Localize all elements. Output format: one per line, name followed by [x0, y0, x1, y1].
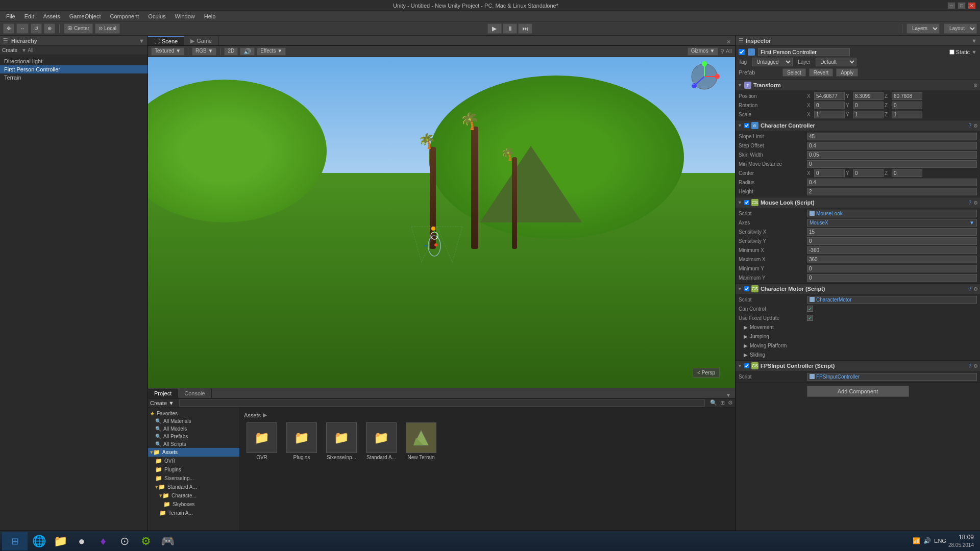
- char-motor-header[interactable]: ▼ CS Character Motor (Script) ? ⚙: [736, 284, 980, 294]
- menu-oculus[interactable]: Oculus: [144, 12, 169, 20]
- menu-gameobject[interactable]: GameObject: [65, 12, 105, 20]
- audio-btn[interactable]: 🔊: [240, 47, 255, 56]
- asset-plugins[interactable]: 📁 Plugins: [284, 422, 320, 460]
- proj-all-prefabs[interactable]: 🔍 All Prefabs: [148, 433, 239, 440]
- ml-min-y-input[interactable]: [807, 265, 977, 272]
- proj-skyboxes[interactable]: 📁 Skyboxes: [148, 500, 239, 509]
- gizmos-btn[interactable]: Gizmos ▼: [688, 47, 719, 56]
- skin-input[interactable]: [807, 151, 977, 159]
- viewport[interactable]: 🌴 🌴 🌴 < Persp: [148, 57, 735, 388]
- create-btn[interactable]: Create: [2, 47, 17, 53]
- transform-header[interactable]: ▼ T Transform ⚙: [736, 80, 980, 90]
- cm-jumping-foldout[interactable]: ▶ Jumping: [736, 332, 980, 341]
- scale-z-input[interactable]: [892, 111, 922, 118]
- start-btn[interactable]: ⊞: [2, 532, 28, 550]
- rgb-btn[interactable]: RGB ▼: [192, 47, 216, 56]
- play-btn[interactable]: ▶: [487, 23, 502, 34]
- close-btn[interactable]: ✕: [968, 2, 976, 9]
- minimize-btn[interactable]: ─: [947, 2, 955, 9]
- menu-assets[interactable]: Assets: [39, 12, 64, 20]
- hand-tool[interactable]: ✥: [3, 23, 14, 34]
- rot-z-input[interactable]: [892, 102, 922, 109]
- fps-settings-icon[interactable]: ⚙: [973, 363, 978, 369]
- maximize-btn[interactable]: □: [958, 2, 966, 9]
- slope-input[interactable]: [807, 133, 977, 140]
- textured-btn[interactable]: Textured ▼: [151, 47, 184, 56]
- pause-btn[interactable]: ⏸: [503, 23, 517, 34]
- cc-info-icon[interactable]: ?: [968, 123, 971, 129]
- ml-enable-checkbox[interactable]: [744, 200, 749, 205]
- step-btn[interactable]: ⏭: [518, 23, 532, 34]
- asset-ovr[interactable]: 📁 OVR: [244, 422, 280, 460]
- persp-btn[interactable]: < Persp: [693, 368, 720, 378]
- asset-new-terrain[interactable]: New Terrain: [403, 422, 439, 460]
- menu-help[interactable]: Help: [200, 12, 220, 20]
- ml-max-x-input[interactable]: [807, 256, 977, 263]
- cm-sliding-foldout[interactable]: ▶ Sliding: [736, 350, 980, 359]
- space-btn[interactable]: ⊙ Local: [95, 23, 120, 34]
- ml-script-ref[interactable]: MouseLook: [807, 210, 977, 217]
- mouse-look-header[interactable]: ▼ CS Mouse Look (Script) ? ⚙: [736, 197, 980, 208]
- hierarchy-close[interactable]: ▼: [139, 38, 144, 44]
- taskbar-ie-icon[interactable]: 🌐: [29, 532, 49, 550]
- taskbar-nvidia-icon[interactable]: ⚙: [136, 532, 156, 550]
- proj-plugins[interactable]: 📁 Plugins: [148, 465, 239, 474]
- cm-settings-icon[interactable]: ⚙: [973, 286, 978, 292]
- rotate-tool[interactable]: ↺: [31, 23, 42, 34]
- menu-component[interactable]: Component: [106, 12, 143, 20]
- pos-z-input[interactable]: [892, 92, 922, 100]
- min-move-input[interactable]: [807, 160, 977, 168]
- ml-min-x-input[interactable]: [807, 246, 977, 254]
- taskbar-onenote-icon[interactable]: ♦: [93, 532, 113, 550]
- proj-standard-a[interactable]: ▾📁 Standard A...: [148, 483, 239, 491]
- fps-input-header[interactable]: ▼ CS FPSInput Controller (Script) ? ⚙: [736, 361, 980, 371]
- cm-movement-foldout[interactable]: ▶ Movement: [736, 322, 980, 332]
- add-component-btn[interactable]: Add Component: [807, 386, 909, 397]
- proj-assets-root[interactable]: ▾📁 Assets: [148, 448, 239, 457]
- taskbar-chrome-icon[interactable]: ●: [71, 532, 92, 550]
- cm-info-icon[interactable]: ?: [968, 286, 971, 292]
- asset-sixense[interactable]: 📁 SixenseInp...: [324, 422, 359, 460]
- obj-name-input[interactable]: [758, 48, 850, 56]
- move-tool[interactable]: ↔: [16, 23, 29, 34]
- menu-edit[interactable]: Edit: [20, 12, 38, 20]
- tab-scene[interactable]: ⛶ Scene: [148, 36, 184, 45]
- step-input[interactable]: [807, 142, 977, 149]
- cc-enable-checkbox[interactable]: [744, 123, 749, 128]
- proj-sixense[interactable]: 📁 SixenseInp...: [148, 474, 239, 483]
- ml-info-icon[interactable]: ?: [968, 200, 971, 206]
- scale-tool[interactable]: ⊕: [44, 23, 55, 34]
- tag-dropdown[interactable]: Untagged: [752, 58, 793, 66]
- fps-enable-checkbox[interactable]: [744, 363, 749, 368]
- cm-script-ref[interactable]: CharacterMotor: [807, 296, 977, 304]
- pos-y-input[interactable]: [853, 92, 884, 100]
- asset-standard[interactable]: 📁 Standard A...: [363, 422, 399, 460]
- static-checkbox[interactable]: [949, 49, 954, 55]
- cm-use-fixed-check[interactable]: ✓: [807, 315, 813, 321]
- menu-window[interactable]: Window: [171, 12, 199, 20]
- cm-moving-platform-foldout[interactable]: ▶ Moving Platform: [736, 341, 980, 350]
- ml-axes-dropdown[interactable]: MouseX ▼: [807, 219, 977, 227]
- ml-sens-y-input[interactable]: [807, 237, 977, 245]
- tab-project[interactable]: Project: [148, 389, 178, 398]
- 2d-btn[interactable]: 2D: [224, 47, 238, 56]
- height-input[interactable]: [807, 188, 977, 195]
- layers-dropdown[interactable]: Layers: [906, 23, 940, 34]
- fps-info-icon[interactable]: ?: [968, 363, 971, 369]
- center-y-input[interactable]: [853, 169, 884, 177]
- favorites-header[interactable]: ★ Favorites: [148, 410, 239, 417]
- scene-close-icon[interactable]: ✕: [726, 39, 731, 45]
- tab-console[interactable]: Console: [178, 389, 211, 398]
- rot-x-input[interactable]: [814, 102, 845, 109]
- effects-btn[interactable]: Effects ▼: [257, 47, 286, 56]
- obj-active-checkbox[interactable]: [739, 49, 745, 55]
- transform-settings-icon[interactable]: ⚙: [973, 83, 978, 88]
- layout-dropdown[interactable]: Layout: [944, 23, 977, 34]
- cm-can-control-check[interactable]: ✓: [807, 306, 813, 312]
- ml-settings-icon[interactable]: ⚙: [973, 200, 978, 206]
- center-x-input[interactable]: [814, 169, 845, 177]
- taskbar-explorer-icon[interactable]: 📁: [50, 532, 70, 550]
- tab-game[interactable]: ▶ Game: [184, 36, 218, 45]
- pos-x-input[interactable]: [814, 92, 845, 100]
- proj-ovr[interactable]: 📁 OVR: [148, 457, 239, 465]
